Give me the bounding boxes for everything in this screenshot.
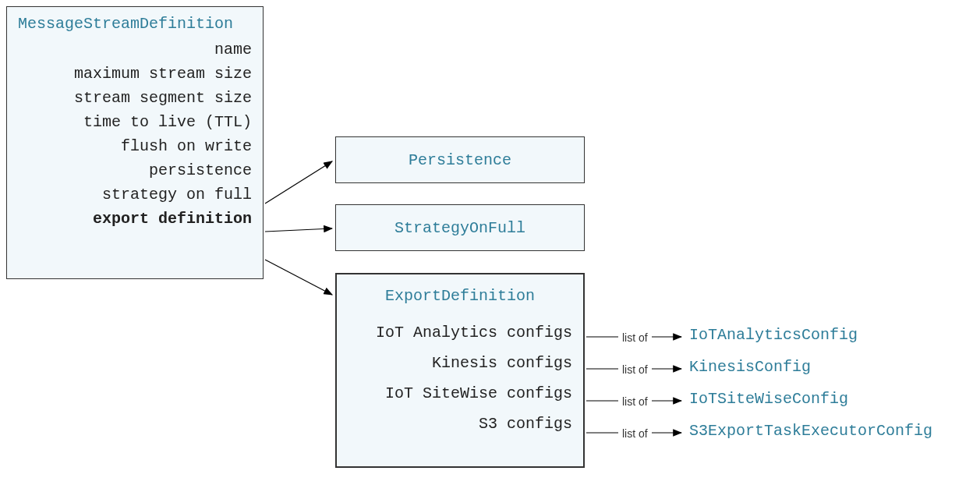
msd-prop-persistence: persistence: [7, 158, 263, 182]
arrow-export-def: [265, 260, 332, 295]
export-def-sitewise: IoT SiteWise configs: [337, 378, 583, 409]
export-def-iot-analytics: IoT Analytics configs: [337, 317, 583, 348]
export-def-title: ExportDefinition: [337, 274, 583, 310]
listof-label-2: list of: [622, 363, 648, 376]
msd-prop-flush: flush on write: [7, 134, 263, 158]
msd-prop-seg-size: stream segment size: [7, 86, 263, 110]
msd-prop-ttl: time to live (TTL): [7, 110, 263, 134]
listof-label-4: list of: [622, 427, 648, 440]
msd-title: MessageStreamDefinition: [7, 7, 263, 37]
msd-prop-name: name: [7, 37, 263, 62]
msd-prop-max-size: maximum stream size: [7, 62, 263, 86]
msd-prop-export-definition: export definition: [7, 207, 263, 231]
config-kinesis: KinesisConfig: [689, 358, 811, 376]
persistence-box: Persistence: [335, 136, 585, 183]
msd-prop-strategy: strategy on full: [7, 182, 263, 207]
strategy-on-full-box: StrategyOnFull: [335, 204, 585, 251]
config-s3: S3ExportTaskExecutorConfig: [689, 422, 932, 440]
strategy-label: StrategyOnFull: [336, 219, 584, 237]
config-iot-analytics: IoTAnalyticsConfig: [689, 326, 858, 344]
listof-label-1: list of: [622, 331, 648, 344]
arrow-persistence: [265, 161, 332, 204]
export-definition-box: ExportDefinition IoT Analytics configs K…: [335, 273, 585, 468]
export-def-kinesis: Kinesis configs: [337, 348, 583, 378]
message-stream-definition-box: MessageStreamDefinition name maximum str…: [6, 6, 264, 279]
arrow-strategy: [265, 228, 332, 232]
persistence-label: Persistence: [336, 151, 584, 169]
listof-label-3: list of: [622, 395, 648, 408]
config-sitewise: IoTSiteWiseConfig: [689, 390, 848, 408]
export-def-s3: S3 configs: [337, 409, 583, 439]
